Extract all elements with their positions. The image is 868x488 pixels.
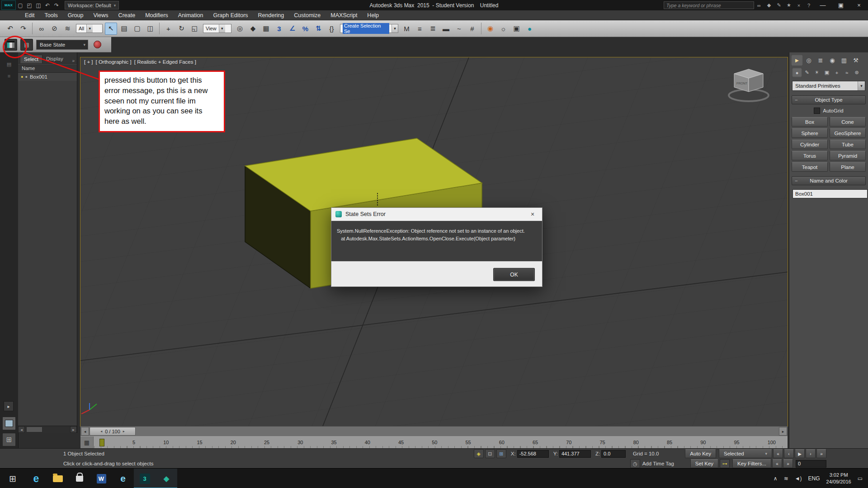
current-frame-marker[interactable] xyxy=(99,439,104,446)
minimize-button[interactable]: — xyxy=(814,0,832,10)
time-slider-handle[interactable]: 0 / 100 xyxy=(90,427,136,436)
menu-item[interactable]: MAXScript xyxy=(326,10,362,20)
time-forward-icon[interactable]: ▸ xyxy=(779,427,787,436)
max-application-menu-button[interactable]: MAX xyxy=(1,0,16,10)
object-type-button[interactable]: Cylinder xyxy=(792,140,828,149)
object-type-button[interactable]: Tube xyxy=(830,140,866,149)
select-and-manipulate-icon[interactable]: ◆ xyxy=(247,23,259,35)
object-type-button[interactable]: Sphere xyxy=(792,128,828,138)
redo-icon[interactable]: ↷ xyxy=(52,1,61,9)
help-icon[interactable]: ? xyxy=(804,1,814,9)
object-type-rollout-header[interactable]: Object Type xyxy=(792,95,866,104)
bind-to-space-warp-icon[interactable]: ≋ xyxy=(61,23,74,35)
tab-display[interactable]: ▥ xyxy=(838,55,850,66)
name-and-color-rollout-header[interactable]: Name and Color xyxy=(792,176,866,185)
object-type-button[interactable]: Pyramid xyxy=(830,151,866,160)
action-center-icon[interactable]: ▭ xyxy=(858,475,863,482)
tab-motion[interactable]: ◉ xyxy=(826,55,838,66)
viewport-layout-quad-button[interactable]: ⊞ xyxy=(2,433,16,446)
subtab-space-warps[interactable]: ≈ xyxy=(842,68,852,77)
select-by-name-icon[interactable]: ▤ xyxy=(118,23,130,35)
time-back-icon[interactable]: ◂ xyxy=(81,427,89,436)
dialog-title-bar[interactable]: State Sets Error × xyxy=(331,208,542,221)
current-frame-field[interactable] xyxy=(796,460,826,468)
edit-named-selection-sets-icon[interactable]: {} xyxy=(326,23,338,35)
select-and-move-icon[interactable]: + xyxy=(162,23,175,35)
next-key-button[interactable]: » xyxy=(783,459,793,468)
scrollbar-thumb[interactable] xyxy=(26,427,42,432)
workspace-dropdown[interactable]: Workspace: Default xyxy=(65,1,119,9)
spinner-snap-icon[interactable]: ⇅ xyxy=(312,23,325,35)
subscription-pencil-icon[interactable]: ✎ xyxy=(774,1,784,9)
selection-lock-icon[interactable]: ⊡ xyxy=(485,449,495,458)
rectangular-selection-region-icon[interactable]: ▢ xyxy=(131,23,143,35)
state-sets-error-dialog[interactable]: State Sets Error × System.NullReferenceE… xyxy=(331,207,542,287)
taskbar-clock[interactable]: 3:02 PM 24/09/2016 xyxy=(826,472,851,485)
dialog-close-icon[interactable]: × xyxy=(523,208,542,221)
open-file-icon[interactable]: ◰ xyxy=(25,1,34,9)
communication-center-icon[interactable]: × xyxy=(794,1,804,9)
align-icon[interactable]: ≡ xyxy=(414,23,426,35)
save-file-icon[interactable]: ◫ xyxy=(34,1,43,9)
go-to-start-button[interactable]: « xyxy=(773,449,783,458)
subtab-cameras[interactable]: ▣ xyxy=(822,68,832,77)
rendered-frame-window-icon[interactable]: ▣ xyxy=(510,23,523,35)
angle-snap-icon[interactable]: ∠ xyxy=(286,23,298,35)
explorer-horizontal-scrollbar[interactable]: ◂ ▸ xyxy=(18,426,77,433)
viewport-shading-label[interactable]: [ Realistic + Edged Faces ] xyxy=(134,59,196,65)
menu-item[interactable]: Create xyxy=(113,10,141,20)
y-coordinate-field[interactable] xyxy=(559,450,591,458)
object-type-button[interactable]: GeoSphere xyxy=(830,128,866,138)
explorer-menu-icon[interactable]: ≡ xyxy=(4,71,14,80)
object-type-button[interactable]: Cone xyxy=(830,117,866,127)
menu-item[interactable]: Rendering xyxy=(253,10,289,20)
close-button[interactable]: × xyxy=(850,0,868,10)
scene-object-row[interactable]: ● ● Box001 xyxy=(18,73,77,81)
render-setup-icon[interactable]: ☼ xyxy=(497,23,509,35)
object-type-button[interactable]: Torus xyxy=(792,151,828,160)
use-pivot-point-center-icon[interactable]: ◎ xyxy=(234,23,246,35)
viewport-layout-single-button[interactable] xyxy=(2,417,16,430)
unlink-selection-icon[interactable]: ⊘ xyxy=(48,23,61,35)
menu-item[interactable]: Help xyxy=(362,10,384,20)
store-app-icon[interactable] xyxy=(69,469,90,488)
redo-icon[interactable]: ↷ xyxy=(17,23,29,35)
menu-item[interactable]: Group xyxy=(63,10,89,20)
tab-utilities[interactable]: ⚒ xyxy=(850,55,862,66)
object-type-button[interactable]: Plane xyxy=(830,162,866,172)
set-key-button[interactable]: Set Key xyxy=(690,459,718,468)
subtab-helpers[interactable]: + xyxy=(832,68,842,77)
time-tag-icon[interactable]: ◷ xyxy=(630,459,640,468)
subtab-geometry[interactable]: ● xyxy=(792,68,802,77)
snaps-toggle-3d-icon[interactable]: 3 xyxy=(273,23,285,35)
window-crossing-icon[interactable]: ◫ xyxy=(144,23,156,35)
select-and-scale-icon[interactable]: ◱ xyxy=(189,23,201,35)
scroll-right-icon[interactable]: ▸ xyxy=(70,426,77,433)
app-icon[interactable]: ◆ xyxy=(156,469,177,488)
undo-icon[interactable]: ↶ xyxy=(4,23,16,35)
sign-in-key-icon[interactable]: ◆ xyxy=(764,1,774,9)
menu-item[interactable]: Edit xyxy=(20,10,40,20)
object-type-button[interactable]: Box xyxy=(792,117,828,127)
select-object-icon[interactable]: ↖ xyxy=(105,23,117,35)
start-button[interactable]: ⊞ xyxy=(0,469,25,488)
menu-item[interactable]: Tools xyxy=(40,10,63,20)
isolate-selection-icon[interactable]: ◈ xyxy=(474,449,484,458)
mini-curve-editor-icon[interactable]: ▦ xyxy=(80,436,94,448)
object-name-field[interactable] xyxy=(793,189,868,198)
record-state-button[interactable] xyxy=(94,41,101,48)
menu-item[interactable]: Views xyxy=(88,10,113,20)
percent-snap-icon[interactable]: % xyxy=(299,23,311,35)
layer-manager-icon[interactable]: ≣ xyxy=(427,23,439,35)
curve-editor-icon[interactable]: ~ xyxy=(453,23,465,35)
search-icon[interactable]: ∞ xyxy=(754,1,764,9)
go-to-end-button[interactable]: » xyxy=(816,449,826,458)
3dsmax-app-icon[interactable]: 3 xyxy=(134,469,156,488)
absolute-mode-transform-icon[interactable]: ⊞ xyxy=(496,449,506,458)
visibility-bulb-icon[interactable]: ● xyxy=(21,75,23,79)
material-editor-icon[interactable]: ◉ xyxy=(484,23,496,35)
expand-panel-button[interactable]: ▸ xyxy=(4,401,14,411)
add-time-tag-label[interactable]: Add Time Tag xyxy=(642,461,674,466)
scroll-left-icon[interactable]: ◂ xyxy=(18,426,25,433)
previous-key-button[interactable]: « xyxy=(772,459,782,468)
